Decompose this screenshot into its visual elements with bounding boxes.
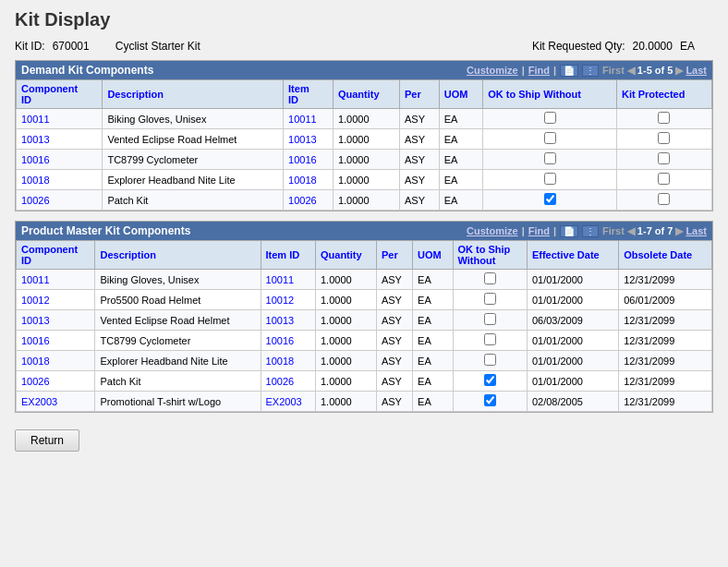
product-cell-item-id: 10018 bbox=[261, 351, 315, 371]
product-cell-obsolete-date: 12/31/2099 bbox=[619, 392, 712, 412]
product-section-controls: Customize | Find | 📄 ⋮ First ◀ 1-7 of 7 … bbox=[467, 225, 707, 237]
product-cell-ok-to-ship bbox=[453, 371, 527, 392]
product-cell-component-id: 10013 bbox=[17, 310, 95, 331]
product-table-row: 10018 Explorer Headband Nite Lite 10018 … bbox=[17, 351, 712, 371]
demand-section-title: Demand Kit Components bbox=[21, 64, 153, 77]
demand-cell-per: ASY bbox=[400, 129, 440, 150]
demand-cell-description: Biking Gloves, Unisex bbox=[103, 109, 284, 129]
product-pagination: First ◀ 1-7 of 7 ▶ Last bbox=[602, 225, 707, 237]
demand-cell-description: Patch Kit bbox=[103, 190, 284, 211]
product-view-icon-btn[interactable]: 📄 bbox=[560, 225, 578, 237]
demand-last-link[interactable]: Last bbox=[686, 65, 707, 76]
demand-table-row: 10018 Explorer Headband Nite Lite 10018 … bbox=[17, 170, 712, 190]
product-last-link[interactable]: Last bbox=[686, 225, 707, 236]
product-page-info: 1-7 of 7 bbox=[637, 225, 673, 236]
demand-view-icon-btn[interactable]: 📄 bbox=[560, 65, 578, 77]
product-table-row: 10026 Patch Kit 10026 1.0000 ASY EA 01/0… bbox=[17, 371, 712, 392]
product-cell-component-id: 10011 bbox=[17, 270, 95, 290]
demand-cell-kit-protected bbox=[616, 109, 711, 129]
product-section-title: Product Master Kit Components bbox=[21, 224, 190, 237]
product-table-row: 10013 Vented Eclipse Road Helmet 10013 1… bbox=[17, 310, 712, 331]
demand-col-quantity: Quantity bbox=[333, 80, 399, 109]
product-grid-icon-btn[interactable]: ⋮ bbox=[582, 225, 599, 237]
product-cell-quantity: 1.0000 bbox=[315, 331, 376, 351]
product-col-effective-date: Effective Date bbox=[527, 241, 618, 270]
product-cell-component-id: 10016 bbox=[17, 331, 95, 351]
product-cell-description: Patch Kit bbox=[95, 371, 261, 392]
product-cell-uom: EA bbox=[413, 392, 453, 412]
product-cell-quantity: 1.0000 bbox=[315, 351, 376, 371]
product-cell-effective-date: 02/08/2005 bbox=[527, 392, 618, 412]
demand-cell-per: ASY bbox=[400, 190, 440, 211]
product-cell-obsolete-date: 12/31/2099 bbox=[619, 310, 712, 331]
demand-cell-component-id: 10016 bbox=[17, 150, 103, 170]
demand-col-per: Per bbox=[400, 80, 440, 109]
product-table-row: EX2003 Promotional T-shirt w/Logo EX2003… bbox=[17, 392, 712, 412]
demand-grid-icon-btn[interactable]: ⋮ bbox=[582, 65, 599, 77]
product-cell-quantity: 1.0000 bbox=[315, 392, 376, 412]
product-cell-description: Biking Gloves, Unisex bbox=[95, 270, 261, 290]
product-cell-effective-date: 01/01/2000 bbox=[527, 290, 618, 310]
demand-cell-quantity: 1.0000 bbox=[333, 109, 399, 129]
product-cell-per: ASY bbox=[376, 290, 412, 310]
product-cell-item-id: 10026 bbox=[261, 371, 315, 392]
product-col-description: Description bbox=[95, 241, 261, 270]
demand-cell-item-id: 10026 bbox=[284, 190, 334, 211]
product-col-per: Per bbox=[376, 241, 412, 270]
product-col-ok-to-ship: OK to ShipWithout bbox=[453, 241, 527, 270]
product-section: Product Master Kit Components Customize … bbox=[15, 221, 713, 413]
demand-cell-component-id: 10026 bbox=[17, 190, 103, 211]
product-cell-per: ASY bbox=[376, 371, 412, 392]
demand-first-link[interactable]: First bbox=[602, 65, 625, 76]
kit-requested-qty-uom: EA bbox=[680, 40, 695, 53]
demand-cell-ok-to-ship bbox=[483, 129, 617, 150]
product-cell-per: ASY bbox=[376, 270, 412, 290]
product-cell-obsolete-date: 12/31/2099 bbox=[619, 331, 712, 351]
product-cell-per: ASY bbox=[376, 310, 412, 331]
product-col-uom: UOM bbox=[413, 241, 453, 270]
demand-cell-component-id: 10018 bbox=[17, 170, 103, 190]
demand-cell-quantity: 1.0000 bbox=[333, 150, 399, 170]
demand-cell-kit-protected bbox=[616, 190, 711, 211]
kit-info-bar: Kit ID: 670001 Cyclist Starter Kit Kit R… bbox=[15, 40, 713, 53]
product-find-link[interactable]: Find bbox=[528, 225, 550, 236]
product-first-link[interactable]: First bbox=[602, 225, 625, 236]
product-cell-per: ASY bbox=[376, 331, 412, 351]
demand-cell-ok-to-ship bbox=[483, 109, 617, 129]
product-section-header: Product Master Kit Components Customize … bbox=[16, 222, 712, 240]
product-cell-uom: EA bbox=[413, 371, 453, 392]
demand-cell-kit-protected bbox=[616, 170, 711, 190]
demand-customize-link[interactable]: Customize bbox=[467, 65, 518, 76]
demand-cell-kit-protected bbox=[616, 150, 711, 170]
demand-cell-uom: EA bbox=[439, 129, 483, 150]
kit-id-value: 670001 bbox=[53, 40, 90, 53]
product-cell-ok-to-ship bbox=[453, 310, 527, 331]
kit-requested-qty-value: 20.0000 bbox=[633, 40, 673, 53]
demand-table-row: 10011 Biking Gloves, Unisex 10011 1.0000… bbox=[17, 109, 712, 129]
demand-col-ok-to-ship: OK to Ship Without bbox=[483, 80, 617, 109]
product-cell-item-id: 10016 bbox=[261, 331, 315, 351]
product-col-quantity: Quantity bbox=[315, 241, 376, 270]
product-cell-uom: EA bbox=[413, 331, 453, 351]
demand-col-component-id: ComponentID bbox=[17, 80, 103, 109]
product-cell-obsolete-date: 12/31/2099 bbox=[619, 351, 712, 371]
demand-cell-description: TC8799 Cyclometer bbox=[103, 150, 284, 170]
demand-cell-description: Vented Eclipse Road Helmet bbox=[103, 129, 284, 150]
demand-find-link[interactable]: Find bbox=[528, 65, 550, 76]
product-cell-quantity: 1.0000 bbox=[315, 310, 376, 331]
demand-section-controls: Customize | Find | 📄 ⋮ First ◀ 1-5 of 5 … bbox=[467, 65, 707, 77]
product-customize-link[interactable]: Customize bbox=[467, 225, 518, 236]
demand-page-info: 1-5 of 5 bbox=[637, 65, 673, 76]
product-table: ComponentID Description Item ID Quantity… bbox=[16, 240, 712, 412]
demand-table-row: 10026 Patch Kit 10026 1.0000 ASY EA bbox=[17, 190, 712, 211]
demand-col-kit-protected: Kit Protected bbox=[616, 80, 711, 109]
product-cell-ok-to-ship bbox=[453, 270, 527, 290]
return-button[interactable]: Return bbox=[15, 429, 79, 452]
demand-col-uom: UOM bbox=[439, 80, 483, 109]
product-col-obsolete-date: Obsolete Date bbox=[619, 241, 712, 270]
demand-cell-uom: EA bbox=[439, 190, 483, 211]
demand-cell-ok-to-ship bbox=[483, 170, 617, 190]
product-cell-quantity: 1.0000 bbox=[315, 371, 376, 392]
demand-col-description: Description bbox=[103, 80, 284, 109]
product-cell-item-id: 10011 bbox=[261, 270, 315, 290]
